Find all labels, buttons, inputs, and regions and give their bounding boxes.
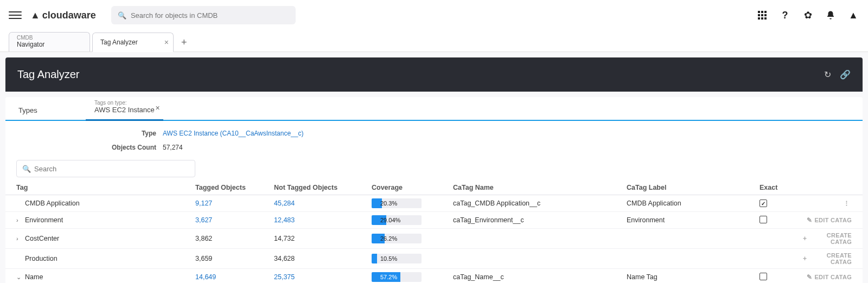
info-count-label: Objects Count (16, 144, 163, 151)
col-exact: Exact (760, 184, 803, 191)
svg-rect-8 (764, 17, 767, 20)
table-row: ›Environment3,62712,48329.04%caTag_Envir… (5, 212, 863, 229)
tag-name: Name (25, 273, 43, 281)
table-row: Production3,65934,62810.5%+CREATE CATAG (5, 249, 863, 269)
exact-checkbox[interactable] (760, 200, 767, 207)
inner-tab-types[interactable]: Types (10, 102, 86, 120)
info-type-label: Type (16, 130, 163, 137)
plus-icon: + (803, 255, 807, 262)
cell-catag-label: Name Tag (627, 273, 760, 281)
chevron-right-icon[interactable]: › (16, 235, 23, 242)
tag-name: Production (25, 255, 58, 262)
cell-catag-name: caTag_Environment__c (453, 216, 627, 224)
cell-tagged[interactable]: 3,627 (195, 216, 274, 224)
cell-tag: ›Environment (16, 216, 195, 224)
coverage-label: 20.3% (372, 198, 422, 208)
cell-catag-label: CMDB Application (627, 200, 760, 207)
brand-text: cloudaware (42, 10, 96, 21)
svg-rect-1 (761, 11, 763, 13)
settings-icon[interactable]: ✿ (802, 9, 814, 21)
coverage-label: 26.2% (372, 234, 422, 243)
svg-rect-3 (758, 14, 760, 16)
inner-tab-tags-on-type[interactable]: Tags on type: AWS EC2 Instance × (86, 96, 163, 121)
col-tagged: Tagged Objects (195, 184, 274, 191)
search-icon: 🔍 (22, 165, 31, 173)
exact-checkbox[interactable] (760, 216, 767, 223)
col-coverage: Coverage (372, 184, 453, 191)
cell-action: ⋮ (803, 200, 852, 207)
global-search-input[interactable] (131, 11, 289, 20)
cell-exact (760, 273, 803, 282)
filter-search[interactable]: 🔍 (16, 160, 195, 177)
add-tab-button[interactable]: + (176, 34, 193, 52)
cell-action: ✎EDIT CATAG (803, 273, 852, 281)
cell-action: +CREATE CATAG (803, 252, 852, 265)
notifications-icon[interactable] (825, 9, 837, 21)
col-not-tagged: Not Tagged Objects (274, 184, 372, 191)
more-icon[interactable]: ⋮ (841, 200, 852, 207)
coverage-label: 10.5% (372, 254, 422, 263)
create-catag-button[interactable]: CREATE CATAG (809, 232, 852, 245)
cell-not-tagged[interactable]: 45,284 (274, 200, 372, 207)
close-icon[interactable]: × (156, 104, 160, 112)
cell-coverage: 20.3% (372, 198, 453, 208)
svg-rect-6 (758, 17, 760, 20)
cell-catag-name: caTag_Name__c (453, 273, 627, 281)
global-search[interactable]: 🔍 (111, 6, 296, 24)
cell-tag: ⌄Name (16, 273, 195, 281)
svg-rect-5 (764, 14, 767, 16)
cell-not-tagged[interactable]: 25,375 (274, 273, 372, 281)
refresh-icon[interactable]: ↻ (824, 69, 831, 80)
menu-button[interactable] (9, 9, 22, 22)
brand-icon: ▲ (30, 10, 40, 21)
cell-catag-label: Environment (627, 216, 760, 224)
filter-search-input[interactable] (34, 165, 189, 173)
tags-table: Tag Tagged Objects Not Tagged Objects Co… (5, 181, 863, 283)
tab-tag-analyzer[interactable]: Tag Analyzer × (92, 33, 174, 52)
cell-coverage: 26.2% (372, 234, 453, 243)
workspace-tabs: CMDB Navigator Tag Analyzer × + (0, 30, 868, 52)
cell-tag: ›CostCenter (16, 235, 195, 242)
edit-catag-button[interactable]: EDIT CATAG (814, 274, 852, 280)
search-icon: 🔍 (118, 11, 126, 20)
edit-catag-button[interactable]: EDIT CATAG (814, 217, 852, 223)
cell-not-tagged: 34,628 (274, 255, 372, 262)
cell-exact (760, 216, 803, 225)
svg-rect-4 (761, 14, 763, 16)
apps-icon[interactable] (756, 9, 768, 21)
cell-tagged[interactable]: 14,649 (195, 273, 274, 281)
header-actions: ↻ 🔗 (824, 69, 851, 80)
help-icon[interactable]: ? (779, 9, 791, 21)
cell-not-tagged[interactable]: 12,483 (274, 216, 372, 224)
table-header: Tag Tagged Objects Not Tagged Objects Co… (5, 181, 863, 195)
cell-catag-name: caTag_CMDB Application__c (453, 200, 627, 207)
top-bar: ▲ cloudaware 🔍 ? ✿ ▲ (0, 0, 868, 30)
svg-rect-0 (758, 11, 760, 13)
close-icon[interactable]: × (164, 38, 169, 47)
page-title: Tag Analyzer (17, 68, 80, 81)
info-type-value[interactable]: AWS EC2 Instance (CA10__CaAwsInstance__c… (163, 130, 303, 137)
create-catag-button[interactable]: CREATE CATAG (809, 252, 852, 265)
cell-coverage: 57.2% (372, 272, 453, 282)
chevron-right-icon[interactable]: › (16, 217, 23, 223)
svg-rect-7 (761, 17, 763, 20)
cell-tagged: 3,659 (195, 255, 274, 262)
chevron-down-icon[interactable]: ⌄ (16, 274, 23, 281)
col-tag: Tag (16, 184, 195, 191)
plus-icon: + (803, 235, 807, 242)
cell-not-tagged: 14,732 (274, 235, 372, 242)
content-card: Types Tags on type: AWS EC2 Instance × T… (5, 97, 863, 283)
info-count-value: 57,274 (163, 144, 183, 151)
cell-tagged: 3,862 (195, 235, 274, 242)
cell-coverage: 29.04% (372, 215, 453, 225)
avatar-icon[interactable]: ▲ (847, 9, 859, 21)
cell-tag: CMDB Application (16, 200, 195, 207)
exact-checkbox[interactable] (760, 273, 767, 280)
brand-logo[interactable]: ▲ cloudaware (30, 10, 96, 21)
inner-tabs: Types Tags on type: AWS EC2 Instance × (5, 97, 863, 121)
tab-navigator[interactable]: CMDB Navigator (9, 32, 90, 52)
tag-name: Environment (25, 216, 63, 224)
link-icon[interactable]: 🔗 (840, 69, 851, 80)
page-header: Tag Analyzer ↻ 🔗 (5, 57, 863, 92)
cell-tagged[interactable]: 9,127 (195, 200, 274, 207)
